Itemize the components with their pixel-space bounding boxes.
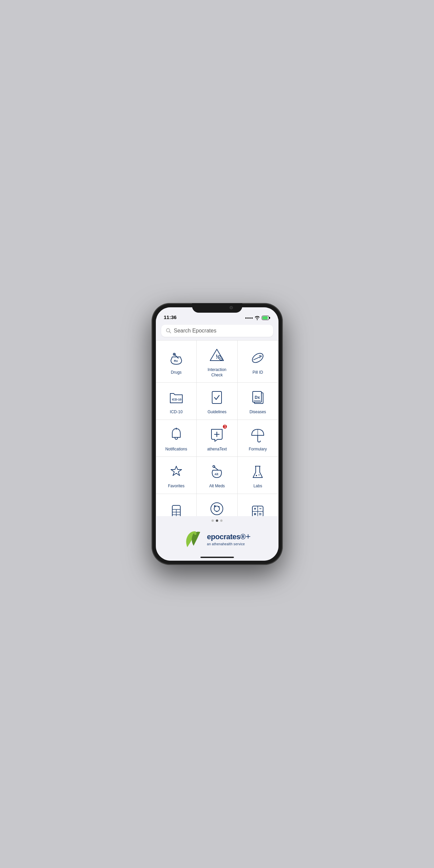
grid-item-id-tx-selector[interactable]: ID TxSelector [197,494,238,516]
pill-id-icon: ? [248,348,267,367]
search-icon [166,328,171,334]
icd10-label: ICD-10 [170,409,183,415]
svg-text:Alt: Alt [215,472,218,476]
battery-icon [262,316,271,320]
home-indicator [156,554,279,561]
grid-item-tables[interactable]: Tables [156,494,197,516]
app-grid: Rx Drugs ! InteractionChe [156,340,279,516]
grid-item-notifications[interactable]: Notifications [156,420,197,457]
svg-rect-1 [269,317,270,319]
grid-item-pill-id[interactable]: ? Pill ID [238,341,279,383]
status-icons [245,316,271,320]
calculators-icon [248,502,267,516]
svg-text:!: ! [216,354,217,360]
svg-rect-2 [262,316,268,319]
signal-icon [245,317,253,319]
interaction-check-label: InteractionCheck [208,367,226,378]
tables-icon [167,502,186,516]
favorites-label: Favorites [168,484,184,489]
svg-point-32 [256,475,257,476]
grid-item-calculators[interactable]: Calculators [238,494,279,516]
pill-id-label: Pill ID [252,370,263,375]
guidelines-icon [208,388,226,407]
epocrates-leaf-logo [184,528,203,549]
grid-item-drugs[interactable]: Rx Drugs [156,341,197,383]
grid-item-favorites[interactable]: Favorites [156,457,197,494]
grid-item-interaction-check[interactable]: ! InteractionCheck [197,341,238,383]
athenatext-label: athenaText [207,447,227,452]
diseases-icon: Dx [248,388,267,407]
athenatext-icon: 1 [208,425,226,444]
diseases-label: Diseases [249,409,266,415]
svg-point-39 [211,503,223,515]
grid-item-guidelines[interactable]: Guidelines [197,383,238,420]
svg-point-33 [259,474,260,475]
grid-item-alt-meds[interactable]: Alt Alt Meds [197,457,238,494]
notch [192,303,242,313]
svg-point-30 [213,465,215,467]
home-bar [200,557,234,558]
search-placeholder: Search Epocrates [174,328,217,334]
page-indicator [156,516,279,525]
svg-line-4 [169,332,170,333]
drugs-icon: Rx [167,348,186,367]
phone-frame: 11:36 [152,303,282,565]
svg-point-41 [214,505,216,507]
svg-text:Dx: Dx [255,395,260,400]
guidelines-label: Guidelines [208,409,226,415]
athenatext-badge: 1 [222,424,227,429]
page-dot-1[interactable] [212,520,214,522]
svg-point-54 [194,532,196,535]
alt-meds-label: Alt Meds [209,484,225,489]
svg-rect-15 [212,392,221,403]
front-camera [229,306,233,309]
labs-icon [248,462,267,481]
favorites-icon [167,462,186,481]
notifications-icon [167,425,186,444]
grid-item-labs[interactable]: Labs [238,457,279,494]
search-bar[interactable]: Search Epocrates [161,325,273,337]
grid-item-diseases[interactable]: Dx Diseases [238,383,279,420]
brand-name: epocrates®+ [207,531,251,541]
drugs-label: Drugs [171,370,182,375]
svg-point-43 [217,511,218,512]
svg-text:ICD-10: ICD-10 [172,398,182,401]
formulary-label: Formulary [249,447,267,452]
grid-item-athenatext[interactable]: 1 athenaText [197,420,238,457]
phone-screen: 11:36 [156,307,279,561]
svg-text:Rx: Rx [174,359,178,363]
svg-point-42 [218,506,219,507]
labs-label: Labs [253,484,262,489]
footer-logo: epocrates®+ an athenahealth service [156,525,279,554]
svg-text:?: ? [259,354,261,359]
formulary-icon [248,425,267,444]
alt-meds-icon: Alt [208,462,226,481]
interaction-check-icon: ! [208,346,226,365]
brand-tagline: an athenahealth service [207,542,245,546]
status-time: 11:36 [164,314,177,320]
wifi-icon [254,316,260,320]
icd10-icon: ICD-10 [167,388,186,407]
id-tx-icon [208,499,226,516]
page-dot-3[interactable] [220,520,222,522]
logo-text-block: epocrates®+ an athenahealth service [207,531,251,546]
search-bar-container: Search Epocrates [156,322,279,340]
notifications-label: Notifications [165,447,187,452]
grid-item-formulary[interactable]: Formulary [238,420,279,457]
page-dot-2[interactable] [216,520,218,522]
grid-item-icd10[interactable]: ICD-10 ICD-10 [156,383,197,420]
